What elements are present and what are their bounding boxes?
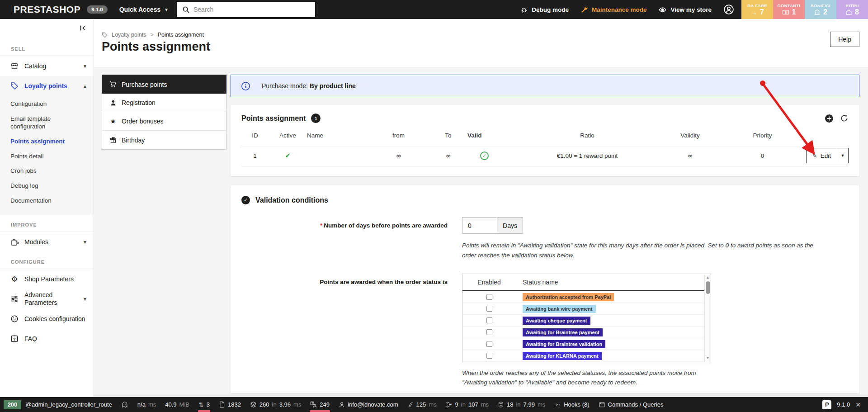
bug-icon — [520, 6, 528, 14]
cart-icon — [109, 81, 117, 88]
sidebar-item-points-assignment[interactable]: Points assignment — [0, 134, 94, 149]
add-row-button[interactable] — [825, 114, 834, 123]
commands-queries-item[interactable]: Commands / Queries — [594, 397, 668, 412]
symfony-profiler-item[interactable] — [117, 397, 133, 412]
edit-split-button: ✎Edit ▼ — [806, 148, 849, 163]
status-badge: Awaiting for Braintree validation — [523, 340, 605, 348]
sidebar-item-label: Advanced Parameters — [24, 291, 77, 307]
sidebar-item-documentation[interactable]: Documentation — [0, 194, 94, 208]
alert-prefix: Purchase mode: — [262, 82, 308, 90]
gear-icon: ⚙ — [10, 275, 19, 283]
tab-birthday[interactable]: Birthday — [102, 131, 226, 149]
sidebar-item-cookies-configuration[interactable]: Cookies configuration — [0, 309, 94, 329]
notification-count: 7 — [760, 9, 764, 16]
order-status-list: Enabled Status name Authorization accept… — [462, 274, 711, 362]
close-toolbar-button[interactable]: ✕ — [855, 401, 861, 408]
memory-item[interactable]: 40.9MiB — [160, 397, 194, 412]
view-my-store-label: View my store — [670, 6, 712, 13]
points-table-header: ID Active Name from To Valid Ratio Valid… — [241, 128, 849, 145]
status-checkbox[interactable] — [486, 294, 492, 300]
sidebar-item-configuration[interactable]: Configuration — [0, 97, 94, 112]
status-checkbox[interactable] — [486, 353, 492, 359]
breadcrumb-parent[interactable]: Loyalty points — [112, 32, 146, 38]
sidebar-item-email-template-configuration[interactable]: Email template configuration — [0, 112, 94, 134]
user-item[interactable]: info@idnovate.com — [334, 397, 402, 412]
cache-time: 3.96 — [279, 401, 291, 408]
sidebar-item-faq[interactable]: ? FAQ — [0, 329, 94, 349]
days-input[interactable] — [462, 217, 497, 234]
sidebar-collapse-button[interactable] — [79, 24, 86, 32]
http-status-badge[interactable]: 200 — [4, 400, 21, 409]
time-item[interactable]: n/ams — [133, 397, 160, 412]
hooks-label: Hooks (8) — [564, 401, 589, 408]
status-checkbox[interactable] — [486, 341, 492, 347]
page-header: Loyalty points > Points assignment Point… — [94, 19, 868, 68]
twig-time: 125 — [416, 401, 426, 408]
store-icon — [10, 62, 19, 70]
status-checkbox[interactable] — [486, 329, 492, 335]
svg-text:?: ? — [13, 336, 16, 341]
scrollbar-thumb[interactable] — [706, 281, 710, 294]
sidebar-item-debug-log[interactable]: Debug log — [0, 179, 94, 194]
view-my-store-button[interactable]: View my store — [658, 6, 712, 14]
sidebar-item-modules[interactable]: Modules ▼ — [0, 232, 94, 252]
cell-priority: 0 — [732, 152, 793, 159]
refresh-button[interactable] — [840, 114, 849, 123]
notification-da-fare[interactable]: DA FARE →7 — [741, 0, 773, 19]
database-icon — [498, 401, 504, 408]
sidebar-section-configure: CONFIGURE — [0, 252, 94, 269]
tag-icon — [102, 32, 108, 38]
column-enabled: Enabled — [462, 279, 516, 286]
sidebar-section-improve: IMPROVE — [0, 215, 94, 232]
valid-check-circle-icon: ✓ — [480, 152, 489, 160]
sidebar-item-advanced-parameters[interactable]: Advanced Parameters ▼ — [0, 289, 94, 309]
sidebar-item-points-detail[interactable]: Points detail — [0, 149, 94, 164]
status-checkbox[interactable] — [486, 306, 492, 312]
edit-button[interactable]: ✎Edit — [807, 148, 837, 163]
forms-item[interactable]: 9in107ms — [441, 397, 493, 412]
ajax-requests-item[interactable]: ⇅3 — [194, 397, 214, 412]
logs-item[interactable]: 1832 — [214, 397, 245, 412]
sidebar-item-label: Shop Parameters — [24, 275, 87, 283]
collapse-sidebar-icon — [79, 24, 86, 32]
notification-ritiri[interactable]: RITIRI 8 — [836, 0, 868, 19]
scroll-down-arrow[interactable]: ▼ — [706, 355, 710, 362]
status-badge: Awaiting for Braintree payment — [523, 328, 603, 336]
scroll-up-arrow[interactable]: ▲ — [706, 274, 710, 281]
db-time: 7.99 — [524, 401, 535, 408]
prestashop-p-badge: P — [822, 400, 831, 409]
profile-menu-button[interactable] — [723, 4, 734, 15]
sidebar-item-shop-parameters[interactable]: ⚙ Shop Parameters — [0, 269, 94, 289]
quick-access-menu[interactable]: Quick Access ▼ — [119, 6, 169, 13]
sidebar-item-cron-jobs[interactable]: Cron jobs — [0, 164, 94, 179]
sidebar-item-label: Modules — [24, 238, 77, 246]
route-item[interactable]: @admin_legacy_controller_route — [21, 397, 117, 412]
tab-registration[interactable]: Registration — [102, 94, 226, 112]
tab-purchase-points[interactable]: Purchase points — [102, 75, 226, 94]
sidebar-item-catalog[interactable]: Catalog ▼ — [0, 56, 94, 76]
cache-item[interactable]: 260in3.96ms — [245, 397, 306, 412]
tab-order-bonuses[interactable]: ★ Order bonuses — [102, 112, 226, 131]
edit-dropdown-toggle[interactable]: ▼ — [837, 148, 848, 163]
notification-contanti[interactable]: CONTANTI $1 — [773, 0, 805, 19]
search-input[interactable] — [193, 6, 315, 13]
notification-bonifici[interactable]: BONIFICI 2 — [805, 0, 836, 19]
sidebar-item-loyalty-points[interactable]: Loyalty points ▲ — [0, 76, 94, 96]
column-id: ID — [241, 132, 269, 139]
notification-label: DA FARE — [747, 3, 767, 8]
help-button[interactable]: Help — [830, 32, 859, 47]
hooks-item[interactable]: Hooks (8) — [550, 397, 594, 412]
cell-validity: ∞ — [648, 152, 732, 159]
status-checkbox[interactable] — [486, 317, 492, 323]
column-priority: Priority — [732, 132, 793, 139]
database-item[interactable]: 18in7.99ms — [493, 397, 550, 412]
pencil-icon: ✎ — [812, 152, 817, 159]
translations-item[interactable]: 249 — [306, 397, 334, 412]
debug-mode-button[interactable]: Debug mode — [520, 6, 569, 14]
twig-item[interactable]: 125ms — [403, 397, 441, 412]
breadcrumb-separator: > — [150, 32, 153, 38]
tab-label: Order bonuses — [122, 118, 164, 125]
status-badge: Awaiting cheque payment — [523, 317, 590, 325]
maintenance-mode-button[interactable]: Maintenance mode — [580, 6, 647, 14]
window-icon — [599, 402, 605, 408]
